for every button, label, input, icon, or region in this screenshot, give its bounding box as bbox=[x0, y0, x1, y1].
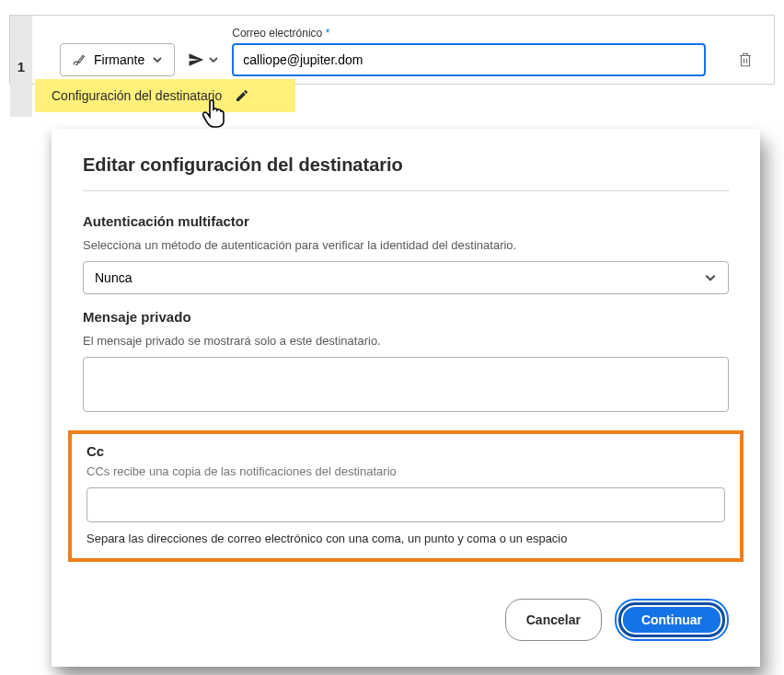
role-dropdown[interactable]: Firmante bbox=[60, 43, 175, 76]
email-input[interactable] bbox=[232, 43, 706, 76]
edit-recipient-modal: Editar configuración del destinatario Au… bbox=[52, 129, 760, 667]
cc-description: CCs recibe una copia de las notificacion… bbox=[86, 464, 725, 478]
modal-divider bbox=[83, 190, 729, 191]
continue-button-focus-ring: Continuar bbox=[615, 599, 729, 641]
cursor-pointer-icon bbox=[201, 99, 226, 129]
chevron-down-icon bbox=[208, 54, 219, 65]
delivery-method-dropdown[interactable] bbox=[184, 43, 223, 76]
email-label: Correo electrónico * bbox=[232, 27, 706, 40]
auth-selected-value: Nunca bbox=[95, 270, 132, 285]
private-message-section: Mensaje privado El mensaje privado se mo… bbox=[83, 309, 729, 416]
config-label: Configuración del destinatario bbox=[52, 88, 222, 103]
signer-icon bbox=[72, 52, 86, 67]
recipient-row-content: Firmante Correo electrónico * bbox=[60, 27, 759, 76]
delete-recipient-button[interactable] bbox=[732, 43, 759, 76]
recipient-config-link[interactable]: Configuración del destinatario bbox=[35, 79, 295, 112]
chevron-down-icon bbox=[704, 271, 717, 284]
required-asterisk: * bbox=[326, 27, 330, 40]
private-message-description: El mensaje privado se mostrará solo a es… bbox=[83, 334, 729, 348]
edit-icon bbox=[235, 88, 249, 103]
continue-button[interactable]: Continuar bbox=[618, 602, 725, 637]
auth-heading: Autenticación multifactor bbox=[83, 213, 729, 229]
private-message-heading: Mensaje privado bbox=[83, 309, 729, 325]
private-message-input[interactable] bbox=[83, 357, 729, 412]
chevron-down-icon bbox=[152, 54, 163, 65]
recipient-row: 1 Firmante Correo electrónico * bbox=[9, 15, 775, 85]
cc-input[interactable] bbox=[86, 487, 725, 522]
auth-description: Selecciona un método de autenticación pa… bbox=[83, 238, 729, 252]
modal-button-row: Cancelar Continuar bbox=[83, 599, 729, 641]
trash-icon bbox=[737, 51, 754, 69]
auth-method-select[interactable]: Nunca bbox=[83, 261, 729, 294]
cc-section-highlight: Cc CCs recibe una copia de las notificac… bbox=[68, 430, 744, 562]
cc-heading: Cc bbox=[86, 443, 725, 459]
role-label: Firmante bbox=[94, 52, 144, 67]
cancel-button[interactable]: Cancelar bbox=[505, 599, 602, 641]
send-icon bbox=[188, 51, 204, 68]
auth-section: Autenticación multifactor Selecciona un … bbox=[83, 213, 729, 294]
recipient-number: 1 bbox=[10, 16, 32, 117]
email-field-wrap: Correo electrónico * bbox=[232, 27, 706, 76]
modal-title: Editar configuración del destinatario bbox=[83, 154, 729, 176]
cc-hint: Separa las direcciones de correo electró… bbox=[86, 532, 725, 545]
